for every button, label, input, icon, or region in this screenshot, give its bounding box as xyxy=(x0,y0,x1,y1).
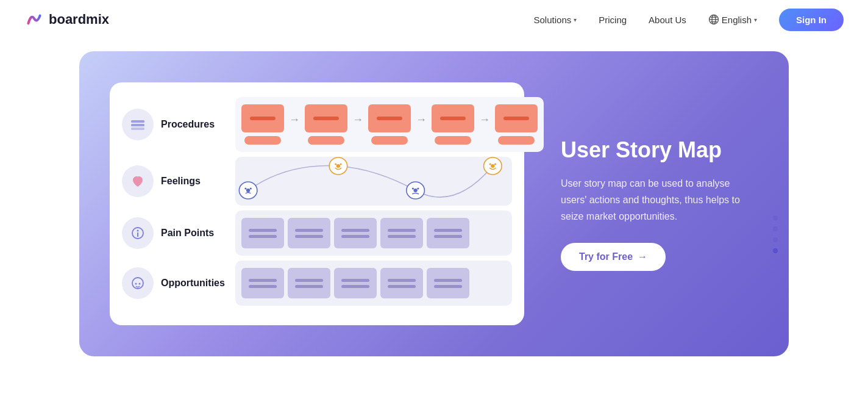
procedures-content: → → → → xyxy=(235,97,544,152)
svg-point-19 xyxy=(489,164,491,165)
navbar: boardmix Solutions ▾ Pricing About Us En… xyxy=(0,0,868,39)
text-panel: User Story Map User story map can be use… xyxy=(561,137,756,272)
hero-card: Procedures → → → xyxy=(79,51,789,356)
svg-point-29 xyxy=(135,283,137,285)
logo-icon xyxy=(24,10,44,29)
nav-links: Solutions ▾ Pricing About Us English ▾ S… xyxy=(534,9,844,31)
opp-box-1 xyxy=(241,268,284,298)
svg-point-11 xyxy=(250,188,252,190)
try-btn-arrow: → xyxy=(638,251,647,262)
proc-pill-5 xyxy=(498,136,535,145)
opportunities-row: Opportunities xyxy=(122,261,512,306)
opportunities-icon-wrap xyxy=(122,267,154,299)
opp-box-5 xyxy=(427,268,469,298)
opp-box-3 xyxy=(334,268,377,298)
svg-point-30 xyxy=(139,283,141,285)
opps-content xyxy=(235,261,512,306)
proc-rect-2 xyxy=(305,104,347,132)
feelings-icon-wrap xyxy=(122,165,154,197)
nav-solutions-label: Solutions xyxy=(534,15,572,25)
svg-point-16 xyxy=(412,188,414,190)
opp-box-4 xyxy=(380,268,423,298)
proc-pill-2 xyxy=(308,136,344,145)
pain-box-3 xyxy=(334,218,377,248)
globe-icon xyxy=(708,14,719,25)
pain-content xyxy=(235,211,512,256)
svg-point-17 xyxy=(417,188,419,190)
svg-point-24 xyxy=(491,164,494,168)
hero-section: Procedures → → → xyxy=(0,39,868,381)
svg-point-20 xyxy=(494,164,496,165)
procedures-icon xyxy=(130,117,146,132)
proc-box-2 xyxy=(305,104,347,145)
dots-navigation xyxy=(773,215,778,253)
pain-points-label: Pain Points xyxy=(161,228,228,239)
arrow-icon-4: → xyxy=(479,113,490,136)
dot-4-active[interactable] xyxy=(773,248,778,253)
feelings-curve-svg xyxy=(235,157,512,206)
svg-point-23 xyxy=(413,189,417,192)
procedures-label: Procedures xyxy=(161,119,228,130)
pain-box-2 xyxy=(288,218,330,248)
nav-solutions[interactable]: Solutions ▾ xyxy=(534,15,577,25)
svg-point-22 xyxy=(336,164,340,168)
dot-3[interactable] xyxy=(773,237,778,242)
proc-pill-4 xyxy=(435,136,471,145)
svg-rect-6 xyxy=(131,120,144,123)
pain-points-icon-wrap xyxy=(122,217,154,249)
signin-button[interactable]: Sign In xyxy=(779,9,844,31)
opportunities-icon xyxy=(130,275,146,291)
proc-rect-3 xyxy=(368,104,411,132)
proc-rect-5 xyxy=(495,104,538,132)
svg-point-26 xyxy=(137,230,139,232)
nav-lang-label: English xyxy=(722,15,752,25)
pain-box-5 xyxy=(427,218,469,248)
procedures-row: Procedures → → → xyxy=(122,97,512,152)
feelings-label: Feelings xyxy=(161,176,228,187)
nav-pricing[interactable]: Pricing xyxy=(599,15,627,25)
feelings-row: Feelings xyxy=(122,157,512,206)
try-for-free-button[interactable]: Try for Free → xyxy=(561,243,666,271)
svg-point-10 xyxy=(244,188,246,190)
proc-rect-4 xyxy=(432,104,474,132)
proc-box-4 xyxy=(432,104,474,145)
svg-point-21 xyxy=(246,189,250,192)
nav-about[interactable]: About Us xyxy=(649,15,686,25)
feelings-content xyxy=(235,157,512,206)
nav-language[interactable]: English ▾ xyxy=(708,14,757,25)
logo-text: boardmix xyxy=(49,12,109,27)
hero-description: User story map can be used to analyse us… xyxy=(561,175,756,225)
svg-rect-7 xyxy=(131,124,144,126)
arrow-icon-3: → xyxy=(416,113,427,136)
procedures-icon-wrap xyxy=(122,109,154,140)
try-btn-label: Try for Free xyxy=(579,251,633,262)
chevron-down-icon: ▾ xyxy=(574,16,577,23)
arrow-icon-2: → xyxy=(352,113,363,136)
proc-box-1 xyxy=(241,104,284,145)
proc-box-3 xyxy=(368,104,411,145)
dot-1[interactable] xyxy=(773,215,778,220)
nav-pricing-label: Pricing xyxy=(599,15,627,25)
pain-points-row: Pain Points xyxy=(122,211,512,256)
pain-box-1 xyxy=(241,218,284,248)
proc-rect-1 xyxy=(241,104,284,132)
opp-box-2 xyxy=(288,268,330,298)
arrow-icon-1: → xyxy=(289,113,300,136)
opportunities-label: Opportunities xyxy=(161,278,228,289)
hero-title: User Story Map xyxy=(561,137,756,163)
proc-box-5 xyxy=(495,104,538,145)
diagram-panel: Procedures → → → xyxy=(110,82,524,325)
svg-point-14 xyxy=(340,164,342,165)
proc-pill-1 xyxy=(244,136,281,145)
pain-box-4 xyxy=(380,218,423,248)
nav-about-label: About Us xyxy=(649,15,686,25)
logo[interactable]: boardmix xyxy=(24,10,109,29)
svg-rect-8 xyxy=(131,128,144,130)
dot-2[interactable] xyxy=(773,226,778,231)
svg-point-13 xyxy=(335,164,336,165)
lang-chevron-icon: ▾ xyxy=(754,16,757,23)
proc-pill-3 xyxy=(371,136,408,145)
feelings-icon xyxy=(130,173,146,189)
pain-points-icon xyxy=(130,225,146,241)
